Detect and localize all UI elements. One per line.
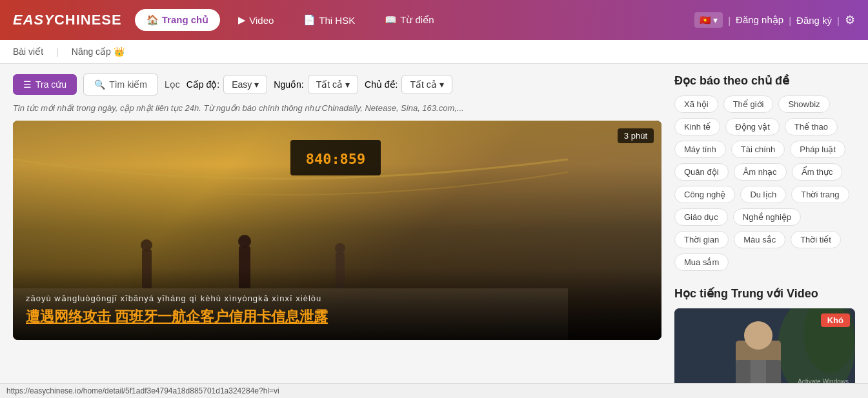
crown-icon: 👑 — [114, 46, 125, 57]
chevron-down-icon: ▾ — [439, 79, 444, 90]
nav-video[interactable]: ▶ Video — [227, 9, 285, 31]
doc-bao-title: Đọc báo theo chủ đề — [674, 74, 855, 88]
article-title-overlay: zāoyù wǎngluògōngjī xībānyá yīháng qì kè… — [13, 268, 661, 340]
home-icon: 🏠 — [146, 14, 159, 26]
chu-de-select[interactable]: Tất cả ▾ — [401, 75, 452, 94]
topic-tag[interactable]: Ẩm thực — [792, 163, 843, 181]
nav-trang-chu[interactable]: 🏠 Trang chủ — [135, 9, 221, 31]
subnav-bai-viet[interactable]: Bài viết — [13, 46, 43, 57]
topic-tag[interactable]: Showbiz — [778, 95, 829, 113]
tim-kiem-button[interactable]: 🔍 Tìm kiếm — [83, 74, 158, 95]
logo: EASYCHINESE — [13, 12, 122, 28]
info-text: Tin tức mới nhất trong ngày, cập nhật li… — [13, 103, 661, 113]
nguon-filter: Nguồn: Tất cả ▾ — [274, 75, 358, 94]
topic-tag[interactable]: Công nghệ — [674, 186, 735, 203]
dict-icon: 📖 — [385, 14, 397, 26]
svg-point-6 — [335, 243, 345, 254]
topic-tag[interactable]: Thời trang — [791, 186, 849, 203]
topic-tag[interactable]: Du lịch — [740, 186, 786, 203]
play-icon: ▶ — [238, 14, 246, 26]
topic-tag[interactable]: Âm nhạc — [734, 163, 787, 181]
topic-tag[interactable]: Pháp luật — [790, 141, 845, 158]
topic-tag[interactable]: Tài chính — [731, 141, 785, 158]
nguon-select[interactable]: Tất cả ▾ — [308, 75, 358, 94]
login-button[interactable]: Đăng nhập — [736, 14, 783, 26]
topic-tag[interactable]: Thời tiết — [791, 231, 841, 248]
tra-cuu-button[interactable]: ☰ Tra cứu — [13, 74, 77, 95]
svg-point-2 — [141, 239, 152, 251]
search-icon: 🔍 — [94, 79, 105, 90]
topic-tag[interactable]: Thế thao — [785, 118, 838, 135]
nguon-label: Nguồn: — [274, 79, 303, 90]
language-selector[interactable]: 🇻🇳 ▾ — [694, 12, 723, 28]
subnav-nang-cap[interactable]: Nâng cấp 👑 — [72, 46, 125, 57]
topic-tag[interactable]: Thế giới — [723, 95, 774, 113]
cap-do-label: Cấp độ: — [187, 79, 219, 90]
settings-button[interactable]: ⚙ — [845, 13, 855, 27]
flag-icon: 🇻🇳 — [700, 15, 711, 25]
topic-tags: Xã hộiThế giớiShowbizKinh tếĐộng vậtThế … — [674, 95, 855, 271]
topic-tag[interactable]: Xã hội — [674, 95, 718, 113]
svg-point-4 — [238, 235, 251, 248]
chevron-down-icon: ▾ — [713, 15, 718, 25]
content-area: ☰ Tra cứu 🔍 Tìm kiếm Lọc Cấp độ: Easy ▾ … — [13, 74, 661, 398]
chu-de-label: Chủ đề: — [365, 79, 398, 90]
topic-tag[interactable]: Nghề nghiệp — [733, 208, 801, 226]
main-container: ☰ Tra cứu 🔍 Tìm kiếm Lọc Cấp độ: Easy ▾ … — [0, 64, 868, 398]
video-section-title: Học tiếng Trung với Video — [674, 286, 855, 301]
nav-thi-hsk[interactable]: 📄 Thi HSK — [292, 9, 367, 31]
chu-de-filter: Chủ đề: Tất cả ▾ — [365, 75, 452, 94]
topic-tag[interactable]: Mua sắm — [674, 254, 729, 271]
article-chinese: 遭遇网络攻击 西班牙一航企客户信用卡信息泄露 — [26, 307, 649, 327]
topic-tag[interactable]: Máy tính — [674, 141, 726, 158]
url-bar: https://easychinese.io/home/detail/5f1ad… — [0, 383, 868, 398]
article-card[interactable]: 840:859 3 phút zāoyù wǎngluògōngjī xībān… — [13, 121, 661, 340]
sub-nav: Bài viết | Nâng cấp 👑 — [0, 40, 868, 64]
chevron-down-icon: ▾ — [345, 79, 350, 90]
article-pinyin: zāoyù wǎngluògōngjī xībānyá yīháng qì kè… — [26, 294, 649, 303]
topic-tag[interactable]: Động vật — [725, 118, 780, 135]
svg-text:840:859: 840:859 — [306, 151, 366, 167]
header-right: 🇻🇳 ▾ | Đăng nhập | Đăng ký | ⚙ — [694, 12, 855, 28]
hsk-icon: 📄 — [303, 14, 316, 26]
topic-tag[interactable]: Kinh tế — [674, 118, 720, 135]
topic-tag[interactable]: Thời gian — [674, 231, 729, 248]
cap-do-select[interactable]: Easy ▾ — [223, 75, 267, 94]
loc-label: Lọc — [165, 79, 180, 90]
list-icon: ☰ — [23, 79, 32, 90]
sidebar: Đọc báo theo chủ đề Xã hộiThế giớiShowbi… — [674, 74, 855, 398]
difficulty-badge: Khó — [821, 313, 850, 327]
header: EASYCHINESE 🏠 Trang chủ ▶ Video 📄 Thi HS… — [0, 0, 868, 40]
topic-tag[interactable]: Quân đội — [674, 163, 729, 181]
svg-point-13 — [744, 321, 772, 350]
chevron-down-icon: ▾ — [254, 79, 259, 90]
nav-tu-dien[interactable]: 📖 Từ điển — [373, 9, 445, 31]
register-button[interactable]: Đăng ký — [796, 15, 832, 26]
time-badge: 3 phút — [618, 128, 654, 143]
topic-tag[interactable]: Màu sắc — [734, 231, 785, 248]
cap-do-filter: Cấp độ: Easy ▾ — [187, 75, 268, 94]
topic-tag[interactable]: Giáo dục — [674, 208, 728, 226]
filter-bar: ☰ Tra cứu 🔍 Tìm kiếm Lọc Cấp độ: Easy ▾ … — [13, 74, 661, 95]
